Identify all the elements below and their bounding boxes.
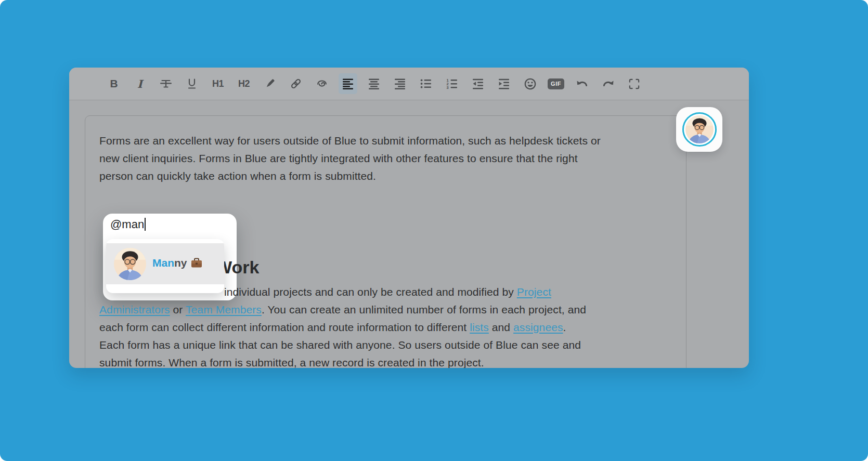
text-segment: . — [563, 321, 566, 333]
strikethrough-icon — [159, 77, 173, 90]
text-line: Each form has a unique link that can be … — [99, 339, 581, 351]
outdent-icon — [471, 77, 485, 90]
bulleted-list-button[interactable] — [417, 73, 435, 94]
text-line: person can quickly take action when a fo… — [99, 170, 376, 182]
bold-button[interactable]: B — [105, 73, 123, 94]
text-segment: and — [489, 321, 513, 333]
text-segment: each form can collect different informat… — [99, 321, 470, 333]
doc-link-team-members[interactable]: Team Members — [186, 304, 262, 315]
indent-button[interactable] — [495, 73, 513, 94]
highlight-pen-icon — [263, 77, 277, 90]
outdent-button[interactable] — [469, 73, 487, 94]
gif-icon: GIF — [548, 78, 564, 89]
text-line: Forms are an excellent way for users out… — [99, 135, 601, 147]
underline-button[interactable] — [183, 73, 201, 94]
undo-button[interactable] — [573, 73, 591, 94]
text-line: new client inquiries. Forms in Blue are … — [99, 152, 578, 165]
redo-button[interactable] — [599, 73, 617, 94]
heading-2-icon: H2 — [238, 78, 250, 89]
text-line: submit forms. When a form is submitted, … — [99, 357, 484, 368]
text-line: individual projects and can only be crea… — [224, 286, 551, 298]
gif-button[interactable]: GIF — [547, 73, 565, 94]
text-cursor — [145, 218, 146, 231]
text-segment: Each form has a unique link that can be … — [99, 339, 581, 351]
align-center-button[interactable] — [365, 73, 383, 94]
attach-file-icon — [315, 77, 329, 90]
mention-suggestion-name: Manny — [152, 257, 202, 271]
emoji-icon — [523, 77, 537, 91]
svg-text:3: 3 — [447, 85, 449, 90]
align-right-icon — [393, 77, 407, 90]
insert-link-button[interactable] — [287, 73, 305, 94]
presence-ring — [682, 112, 717, 147]
text-line: Administrators or Team Members. You can … — [99, 304, 586, 316]
text-line: each form can collect different informat… — [99, 321, 566, 334]
align-left-button[interactable] — [339, 73, 357, 94]
heading-1-button[interactable]: H1 — [209, 73, 227, 94]
undo-icon — [575, 77, 589, 91]
underline-icon — [185, 77, 199, 90]
fullscreen-icon — [628, 77, 641, 90]
doc-link-lists[interactable]: lists — [470, 321, 489, 333]
text-segment: submit forms. When a form is submitted, … — [99, 357, 484, 368]
briefcase-emoji — [191, 258, 202, 271]
align-center-icon — [367, 77, 381, 90]
formatting-toolbar: BIH1H2123GIF — [69, 68, 749, 100]
doc-link-project[interactable]: Project — [517, 286, 551, 298]
fullscreen-button[interactable] — [625, 73, 643, 94]
align-right-button[interactable] — [391, 73, 409, 94]
editor-content-area[interactable]: Forms are an excellent way for users out… — [85, 115, 686, 368]
italic-icon: I — [137, 77, 142, 90]
heading-2-button[interactable]: H2 — [235, 73, 253, 94]
insert-link-icon — [289, 77, 303, 90]
highlight-pen-button[interactable] — [261, 73, 279, 94]
user-avatar — [685, 115, 714, 143]
indent-icon — [497, 77, 511, 90]
mention-query-text[interactable]: @man — [110, 218, 146, 231]
doc-link-administrators[interactable]: Administrators — [99, 304, 170, 315]
text-segment: . You can create an unlimited number of … — [262, 304, 586, 315]
editor-window: BIH1H2123GIF Forms are an excellent way … — [69, 68, 749, 368]
text-segment: person can quickly take action when a fo… — [99, 170, 376, 182]
text-segment: or — [170, 304, 186, 315]
heading-1-icon: H1 — [212, 78, 224, 89]
italic-button[interactable]: I — [131, 73, 149, 94]
bulleted-list-icon — [419, 77, 433, 90]
mention-suggestions-dropdown: Manny — [106, 239, 224, 293]
text-segment: individual projects and can only be crea… — [224, 286, 517, 298]
text-segment: Forms are an excellent way for users out… — [99, 135, 601, 147]
bold-icon: B — [110, 77, 118, 90]
redo-icon — [601, 77, 615, 91]
strikethrough-button[interactable] — [157, 73, 175, 94]
text-segment: new client inquiries. Forms in Blue are … — [99, 152, 578, 164]
numbered-list-button[interactable]: 123 — [443, 73, 461, 94]
emoji-button[interactable] — [521, 73, 539, 94]
manny-avatar — [114, 248, 146, 280]
active-user-card[interactable] — [676, 107, 722, 152]
doc-link-assignees[interactable]: assignees — [513, 321, 563, 333]
mention-suggestion-manny[interactable]: Manny — [106, 243, 224, 284]
numbered-list-icon: 123 — [445, 77, 459, 90]
attach-file-button[interactable] — [313, 73, 331, 94]
align-left-icon — [341, 77, 355, 90]
